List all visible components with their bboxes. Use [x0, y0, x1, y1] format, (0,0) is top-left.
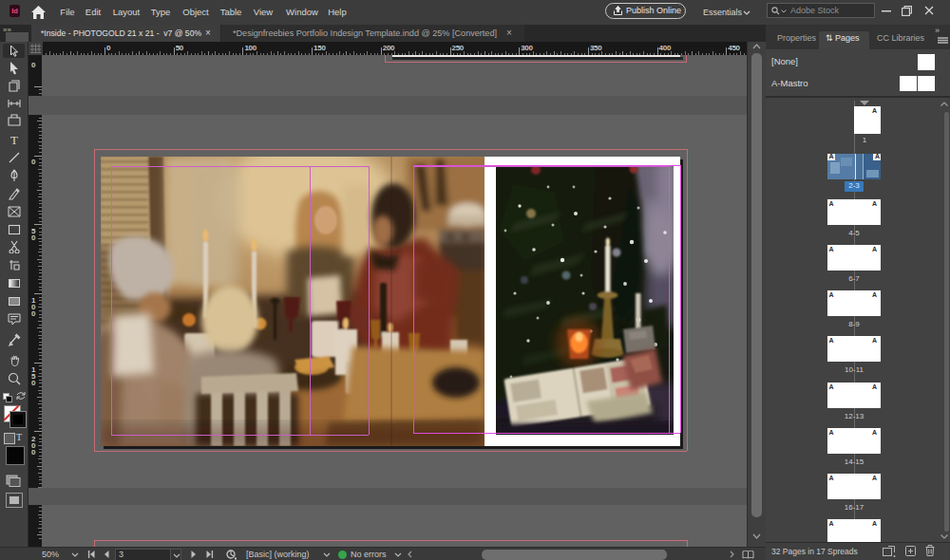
svg-text:T: T: [10, 133, 18, 146]
